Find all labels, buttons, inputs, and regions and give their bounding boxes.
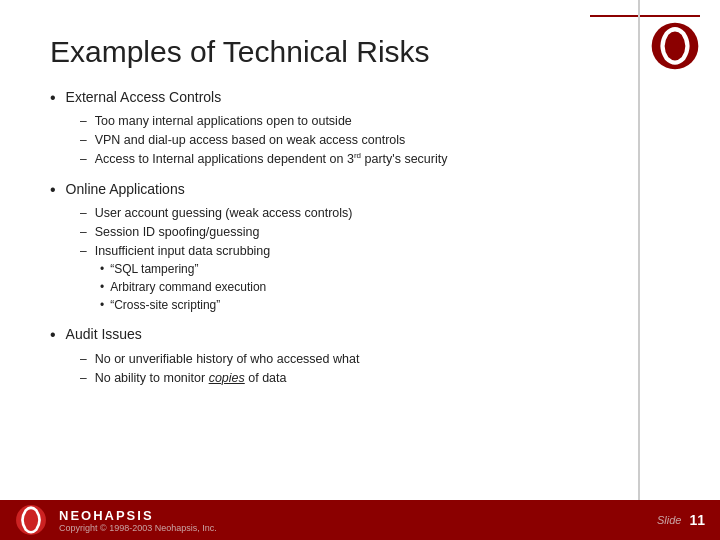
sub-sub-text-3: “Cross-site scripting” — [110, 296, 220, 314]
slide-label: Slide — [657, 514, 681, 526]
sub-bullet-text-online-3: Insufficient input data scrubbing — [95, 242, 271, 261]
sub-bullet-external-1: – Too many internal applications open to… — [80, 112, 670, 131]
bottom-bar: NEOHAPSIS Copyright © 1998-2003 Neohapsi… — [0, 500, 720, 540]
brand-name: NEOHAPSIS — [59, 508, 217, 523]
neohapsis-top-icon — [650, 21, 700, 71]
sub-bullet-audit-2: – No ability to monitor copies of data — [80, 369, 670, 388]
copies-italic: copies — [209, 371, 245, 385]
sub-bullet-external-2: – VPN and dial-up access based on weak a… — [80, 131, 670, 150]
sub-bullets-external: – Too many internal applications open to… — [80, 112, 670, 168]
sub-bullet-online-1: – User account guessing (weak access con… — [80, 204, 670, 223]
sub-bullet-text-audit-2: No ability to monitor copies of data — [95, 369, 287, 388]
bottom-left: NEOHAPSIS Copyright © 1998-2003 Neohapsi… — [15, 504, 217, 536]
bullet-dot-1: • — [50, 87, 56, 109]
sub-bullet-text-external-2: VPN and dial-up access based on weak acc… — [95, 131, 406, 150]
sub-bullets-audit: – No or unverifiable history of who acce… — [80, 350, 670, 388]
svg-point-3 — [27, 516, 34, 523]
slide-number: 11 — [689, 512, 705, 528]
bullet-main-audit: • Audit Issues — [50, 324, 670, 346]
sub-bullet-text-external-1: Too many internal applications open to o… — [95, 112, 352, 131]
sub-bullets-online: – User account guessing (weak access con… — [80, 204, 670, 314]
sub-sub-bullets-online: • “SQL tampering” • Arbitrary command ex… — [100, 260, 670, 314]
top-line-decoration — [590, 15, 700, 17]
bullet-text-external: External Access Controls — [66, 87, 222, 108]
svg-point-1 — [670, 41, 680, 51]
bullet-section-external: • External Access Controls – Too many in… — [50, 87, 670, 169]
slide-info: Slide 11 — [657, 512, 705, 528]
bullet-main-external: • External Access Controls — [50, 87, 670, 109]
bullet-dot-3: • — [50, 324, 56, 346]
sub-bullet-text-audit-1: No or unverifiable history of who access… — [95, 350, 360, 369]
slide: Examples of Technical Risks • External A… — [0, 0, 720, 540]
sub-sub-text-2: Arbitrary command execution — [110, 278, 266, 296]
sub-bullet-text-external-3: Access to Internal applications dependen… — [95, 150, 448, 169]
brand-text-area: NEOHAPSIS Copyright © 1998-2003 Neohapsi… — [59, 508, 217, 533]
right-border-line — [638, 0, 640, 540]
sub-sub-text-1: “SQL tampering” — [110, 260, 198, 278]
superscript-rd: rd — [354, 151, 361, 160]
sub-sub-bullet-2: • Arbitrary command execution — [100, 278, 670, 296]
bullet-text-online: Online Applications — [66, 179, 185, 200]
sub-bullet-text-online-2: Session ID spoofing/guessing — [95, 223, 260, 242]
slide-title: Examples of Technical Risks — [50, 35, 670, 69]
slide-content: • External Access Controls – Too many in… — [50, 87, 670, 387]
bullet-section-online: • Online Applications – User account gue… — [50, 179, 670, 315]
sub-sub-bullet-1: • “SQL tampering” — [100, 260, 670, 278]
sub-bullet-online-3: – Insufficient input data scrubbing — [80, 242, 670, 261]
sub-bullet-online-2: – Session ID spoofing/guessing — [80, 223, 670, 242]
top-logo-area — [590, 15, 700, 71]
sub-sub-bullet-3: • “Cross-site scripting” — [100, 296, 670, 314]
bullet-main-online: • Online Applications — [50, 179, 670, 201]
bullet-text-audit: Audit Issues — [66, 324, 142, 345]
neohapsis-bottom-icon — [15, 504, 47, 536]
sub-bullet-text-online-1: User account guessing (weak access contr… — [95, 204, 353, 223]
sub-bullet-external-3: – Access to Internal applications depend… — [80, 150, 670, 169]
bullet-section-audit: • Audit Issues – No or unverifiable hist… — [50, 324, 670, 387]
sub-bullet-audit-1: – No or unverifiable history of who acce… — [80, 350, 670, 369]
copyright: Copyright © 1998-2003 Neohapsis, Inc. — [59, 523, 217, 533]
bullet-dot-2: • — [50, 179, 56, 201]
